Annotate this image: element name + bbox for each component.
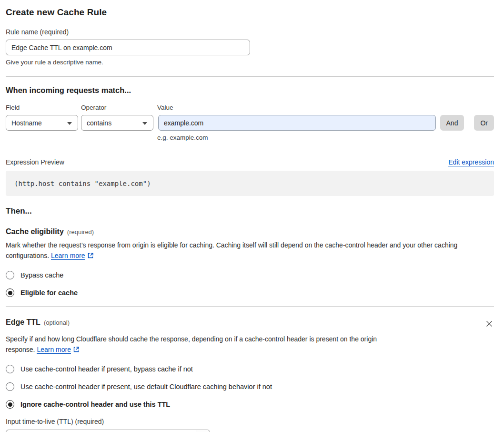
cache-eligibility-learn-more-link[interactable]: Learn more bbox=[51, 252, 85, 260]
field-select-value: Hostname bbox=[11, 119, 42, 127]
expression-code: (http.host contains "example.com") bbox=[14, 180, 151, 187]
edge-ttl-heading: Edge TTL bbox=[6, 318, 40, 327]
value-input[interactable] bbox=[158, 115, 436, 131]
section-divider bbox=[6, 306, 494, 307]
radio-icon bbox=[6, 382, 14, 391]
operator-select-value: contains bbox=[87, 119, 111, 127]
then-heading: Then... bbox=[6, 206, 494, 216]
operator-select[interactable]: contains bbox=[81, 115, 153, 131]
chevron-down-icon bbox=[67, 122, 72, 125]
radio-icon bbox=[6, 365, 14, 373]
and-button[interactable]: And bbox=[440, 115, 464, 131]
or-button[interactable]: Or bbox=[474, 115, 494, 131]
radio-icon bbox=[6, 271, 14, 279]
edge-ttl-learn-more-link[interactable]: Learn more bbox=[37, 346, 71, 354]
field-select[interactable]: Hostname bbox=[6, 115, 78, 131]
close-icon[interactable] bbox=[484, 319, 494, 330]
edge-ttl-qualifier: (optional) bbox=[44, 319, 70, 326]
rule-name-helper: Give your rule a descriptive name. bbox=[6, 59, 494, 66]
expression-preview-label: Expression Preview bbox=[6, 158, 64, 166]
section-divider bbox=[6, 76, 494, 77]
ttl-combobox[interactable]: 1 day bbox=[6, 430, 210, 432]
cache-eligibility-heading: Cache eligibility bbox=[6, 227, 64, 236]
edge-ttl-header: Edge TTL (optional) bbox=[6, 318, 494, 330]
edge-ttl-heading-row: Edge TTL (optional) bbox=[6, 318, 70, 327]
value-column-label: Value bbox=[157, 104, 494, 111]
cache-eligibility-heading-row: Cache eligibility (required) bbox=[6, 227, 494, 236]
chevron-down-icon bbox=[142, 122, 147, 125]
edge-ttl-options: Use cache-control header if present, byp… bbox=[6, 365, 494, 409]
cache-eligibility-description: Mark whether the request’s response from… bbox=[6, 240, 494, 262]
external-link-icon bbox=[73, 346, 80, 356]
cache-eligibility-qualifier: (required) bbox=[67, 228, 94, 236]
ttl-dropdown-button[interactable] bbox=[196, 430, 210, 432]
radio-icon bbox=[6, 400, 14, 409]
use-cache-control-default-radio[interactable]: Use cache-control header if present, use… bbox=[6, 382, 494, 391]
bypass-cache-radio[interactable]: Bypass cache bbox=[6, 271, 494, 279]
operator-column-label: Operator bbox=[81, 104, 157, 111]
external-link-icon bbox=[87, 252, 94, 262]
edit-expression-link[interactable]: Edit expression bbox=[448, 158, 494, 166]
ignore-cache-control-radio[interactable]: Ignore cache-control header and use this… bbox=[6, 400, 494, 409]
create-cache-rule-form: Create new Cache Rule Rule name (require… bbox=[0, 0, 504, 432]
match-expression-row: Hostname contains And Or bbox=[6, 115, 494, 131]
rule-name-input[interactable] bbox=[6, 40, 250, 55]
expression-code-block: (http.host contains "example.com") bbox=[6, 171, 494, 196]
edge-ttl-description: Specify if and how long Cloudflare shoul… bbox=[6, 334, 405, 356]
ttl-combobox-value[interactable]: 1 day bbox=[6, 430, 196, 432]
radio-icon bbox=[6, 288, 14, 297]
field-column-label: Field bbox=[6, 104, 81, 111]
eligible-for-cache-radio[interactable]: Eligible for cache bbox=[6, 288, 494, 297]
match-column-labels: Field Operator Value bbox=[6, 104, 494, 111]
ttl-input-label: Input time-to-live (TTL) (required) bbox=[6, 418, 494, 425]
use-cache-control-bypass-radio[interactable]: Use cache-control header if present, byp… bbox=[6, 365, 494, 373]
rule-name-label: Rule name (required) bbox=[6, 28, 494, 36]
expression-preview-row: Expression Preview Edit expression bbox=[6, 158, 494, 166]
match-section-heading: When incoming requests match... bbox=[6, 86, 494, 95]
value-helper: e.g. example.com bbox=[157, 134, 494, 141]
cache-eligibility-options: Bypass cache Eligible for cache bbox=[6, 271, 494, 297]
page-title: Create new Cache Rule bbox=[6, 7, 494, 18]
